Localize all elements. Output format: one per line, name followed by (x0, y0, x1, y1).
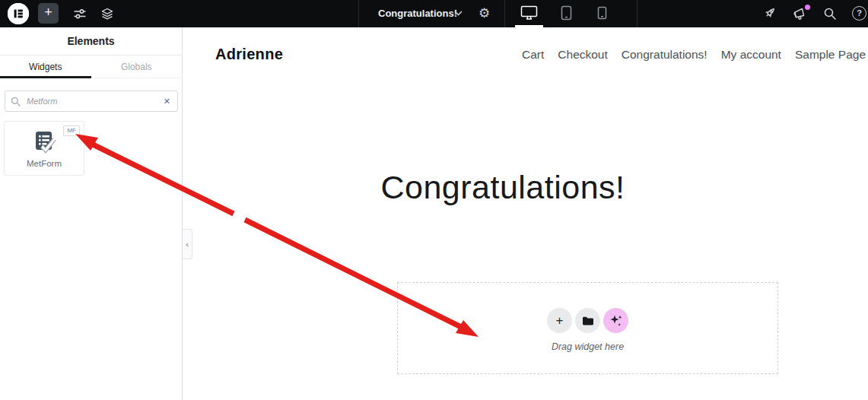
ai-builder-button[interactable] (603, 308, 628, 333)
dropzone[interactable]: + Drag widget here (397, 282, 778, 374)
elementor-logo[interactable] (8, 3, 29, 24)
nav-item-sample-page[interactable]: Sample Page (795, 48, 866, 62)
topbar-divider (637, 0, 637, 27)
nav-item-cart[interactable]: Cart (522, 48, 544, 62)
site-title[interactable]: Adrienne (215, 46, 283, 63)
folder-icon (582, 316, 594, 326)
widget-label: MetForm (5, 159, 84, 168)
search-icon (11, 97, 21, 106)
site-settings-icon[interactable] (73, 7, 87, 21)
elementor-editor: + Congratulations! ⚙ (0, 0, 868, 400)
widget-badge: MF (63, 125, 80, 136)
tab-globals[interactable]: Globals (91, 56, 183, 78)
clear-search-icon[interactable]: ✕ (164, 91, 170, 111)
panel-title: Elements (0, 27, 182, 56)
notification-dot (805, 5, 810, 10)
nav-item-congratulations[interactable]: Congratulations! (622, 48, 707, 62)
page-heading: Congratulations! (183, 169, 822, 206)
device-mobile-icon[interactable] (597, 5, 607, 21)
panel-collapse-handle[interactable]: ‹ (183, 229, 192, 259)
dropzone-buttons: + (398, 308, 777, 333)
nav-item-my-account[interactable]: My account (721, 48, 781, 62)
plus-icon: + (556, 314, 564, 327)
widget-search-input[interactable] (25, 92, 154, 110)
add-section-button[interactable]: + (547, 308, 572, 333)
topbar-divider (504, 0, 505, 27)
add-template-button[interactable] (575, 308, 600, 333)
active-device-underline (515, 25, 543, 27)
metform-widget-icon (33, 130, 57, 154)
help-icon[interactable]: ? (852, 6, 866, 21)
panel-tabs: Widgets Globals (0, 56, 182, 78)
dropzone-hint: Drag widget here (398, 341, 777, 352)
launchpad-rocket-icon[interactable] (763, 6, 777, 20)
widget-card-metform[interactable]: MF MetForm (4, 121, 84, 176)
finder-search-icon[interactable] (823, 7, 837, 21)
add-element-button[interactable]: + (38, 3, 59, 24)
device-desktop-icon[interactable] (520, 5, 538, 21)
widgets-panel: Elements Widgets Globals ✕ MF (0, 27, 183, 400)
nav-item-checkout[interactable]: Checkout (558, 48, 607, 62)
ai-sparkles-icon (609, 314, 623, 328)
document-name-dropdown[interactable]: Congratulations! (378, 0, 457, 27)
structure-layers-icon[interactable] (100, 7, 114, 21)
site-nav: Cart Checkout Congratulations! My accoun… (522, 48, 866, 62)
device-tablet-icon[interactable] (561, 5, 572, 21)
elementor-logo-icon (8, 3, 29, 24)
tab-widgets[interactable]: Widgets (0, 56, 91, 78)
topbar: + Congratulations! ⚙ (0, 0, 868, 27)
widget-search-box: ✕ (5, 90, 178, 112)
chevron-down-icon[interactable] (454, 11, 463, 16)
page-settings-gear-icon[interactable]: ⚙ (479, 0, 490, 27)
topbar-divider (358, 0, 359, 27)
